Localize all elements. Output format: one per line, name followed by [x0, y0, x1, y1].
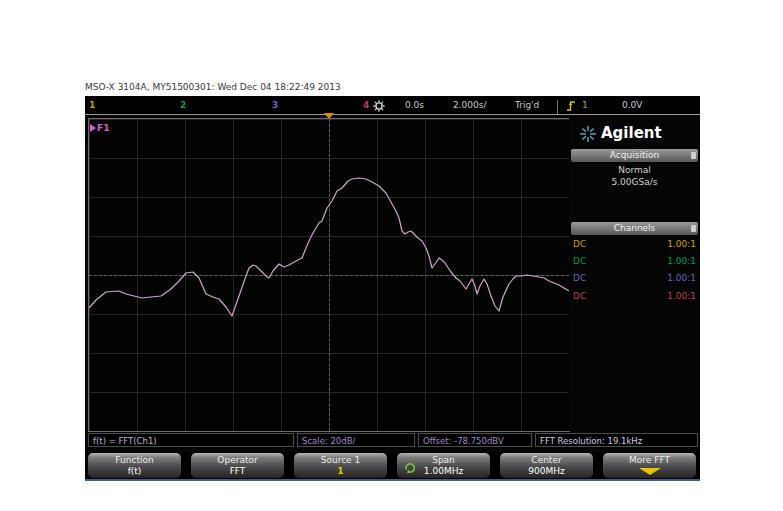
channel-3-coupling: DC — [573, 271, 586, 286]
softkey-more-fft[interactable]: More FFT — [603, 453, 696, 478]
softkey-operator[interactable]: Operator FFT — [191, 453, 284, 478]
fft-offset-readout[interactable]: Offset: -78.750dBV — [418, 433, 532, 447]
channel-3-row[interactable]: DC 1.00:1 — [571, 271, 698, 286]
trigger-status: Trig'd — [515, 100, 539, 110]
status-topbar: 1 2 3 4 0.0s 2.000s/ Trig'd — [85, 96, 700, 115]
f1-function-label: F1 — [90, 123, 109, 133]
softkey-function[interactable]: Function f(t) — [88, 453, 181, 478]
channel-3-probe-ratio: 1.00:1 — [667, 271, 696, 286]
channel-1-probe-ratio: 1.00:1 — [667, 237, 696, 252]
trigger-source-readout[interactable]: 1 — [582, 100, 588, 110]
brand-name: Agilent — [601, 124, 662, 142]
channel-1-coupling: DC — [573, 237, 586, 252]
softkey-center[interactable]: Center 900MHz — [500, 453, 593, 478]
channel-4-indicator[interactable]: 4 — [363, 100, 369, 110]
waveform-graticule: F1 — [88, 118, 570, 432]
fft-scale-readout[interactable]: Scale: 20dB/ — [297, 433, 415, 447]
horizontal-delay-readout[interactable]: 0.0s — [405, 100, 424, 110]
trigger-edge-icon — [566, 100, 576, 114]
softkey-menu: Function f(t) Operator FFT Source 1 1 Sp… — [85, 452, 700, 479]
channel-2-coupling: DC — [573, 254, 586, 269]
channel-2-probe-ratio: 1.00:1 — [667, 254, 696, 269]
acquisition-mode: Normal — [569, 165, 700, 175]
acquisition-panel-header[interactable]: Acquisition — [571, 149, 698, 162]
screenshot-canvas: MSO-X 3104A, MY51500301: Wed Dec 04 18:2… — [0, 0, 783, 511]
timebase-readout[interactable]: 2.000s/ — [453, 100, 487, 110]
channel-1-row[interactable]: DC 1.00:1 — [571, 237, 698, 252]
channel-1-indicator[interactable]: 1 — [89, 100, 95, 110]
function-definition-readout[interactable]: f(t) = FFT(Ch1) — [88, 433, 294, 447]
info-sidebar: Agilent Acquisition Normal 5.00GSa/s Cha… — [569, 118, 700, 431]
oscilloscope-screen: 1 2 3 4 0.0s 2.000s/ Trig'd — [85, 96, 700, 481]
channel-3-indicator[interactable]: 3 — [272, 100, 278, 110]
spark-icon — [579, 125, 597, 147]
window-title: MSO-X 3104A, MY51500301: Wed Dec 04 18:2… — [85, 82, 341, 92]
fft-trace-plot — [89, 119, 569, 431]
channel-2-row[interactable]: DC 1.00:1 — [571, 254, 698, 269]
channel-2-indicator[interactable]: 2 — [180, 100, 186, 110]
cycle-arrow-icon — [404, 459, 416, 478]
trigger-level-readout[interactable]: 0.0V — [622, 100, 642, 110]
softkey-source-1[interactable]: Source 1 1 — [294, 453, 387, 478]
channel-4-probe-ratio: 1.00:1 — [667, 289, 696, 304]
gear-icon[interactable] — [373, 100, 385, 114]
bottom-accent-line — [85, 479, 700, 481]
fft-status-row: f(t) = FFT(Ch1) Scale: 20dB/ Offset: -78… — [85, 433, 700, 449]
channel-4-row[interactable]: DC 1.00:1 — [571, 289, 698, 304]
topbar-divider — [557, 100, 558, 114]
channel-4-coupling: DC — [573, 289, 586, 304]
fft-resolution-readout: FFT Resolution: 19.1kHz — [535, 433, 698, 447]
acquisition-sample-rate: 5.00GSa/s — [569, 177, 700, 187]
fft-trace — [89, 178, 569, 316]
f1-reference-marker-icon — [90, 124, 96, 132]
channels-panel-header[interactable]: Channels — [571, 222, 698, 235]
softkey-span[interactable]: Span 1.00MHz — [397, 453, 490, 478]
down-arrow-icon — [639, 468, 661, 475]
brand-logo: Agilent — [569, 122, 700, 146]
